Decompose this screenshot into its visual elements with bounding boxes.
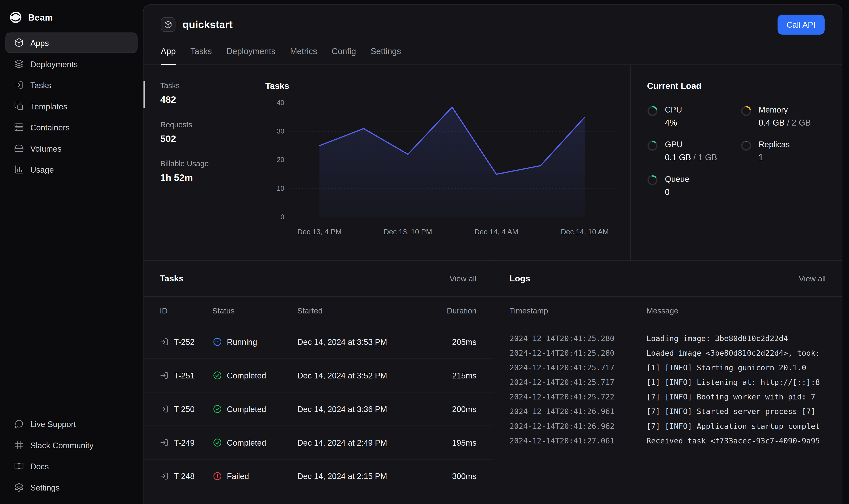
tasks-icon (14, 80, 24, 90)
sidebar-item-containers[interactable]: Containers (5, 117, 138, 138)
app-header: quickstart Call API AppTasksDeploymentsM… (144, 5, 842, 65)
task-id-cell: T-248 (160, 471, 212, 481)
sidebar-item-settings[interactable]: Settings (5, 477, 138, 498)
task-started: Dec 14, 2024 at 3:52 PM (297, 371, 422, 380)
metric-value-main: 1 (759, 153, 763, 162)
logs-panel-header: Logs View all (493, 261, 842, 296)
task-row[interactable]: T-251CompletedDec 14, 2024 at 3:52 PM215… (144, 359, 493, 393)
tab-config[interactable]: Config (332, 47, 356, 65)
status-completed-icon (212, 404, 223, 414)
task-row[interactable]: T-249CompletedDec 14, 2024 at 2:49 PM195… (144, 426, 493, 460)
task-row[interactable]: T-248FailedDec 14, 2024 at 2:15 PM300ms (144, 460, 493, 493)
column-header-duration: Duration (422, 306, 476, 315)
stat-label: Requests (160, 120, 263, 129)
tab-app[interactable]: App (161, 47, 176, 65)
status-failed-icon (212, 471, 223, 482)
tab-metrics[interactable]: Metrics (290, 47, 317, 65)
svg-text:30: 30 (277, 127, 284, 135)
tab-tasks[interactable]: Tasks (191, 47, 212, 65)
log-row: 2024-12-14T20:41:25.722[7] [INFO] Bootin… (509, 390, 842, 404)
load-metric-queue: Queue0 (647, 175, 741, 197)
task-duration: 195ms (422, 438, 476, 447)
log-message: [1] [INFO] Listening at: http://[::]:8 (647, 375, 842, 390)
stat-tasks[interactable]: Tasks482 (160, 81, 263, 105)
tab-bar: AppTasksDeploymentsMetricsConfigSettings (161, 47, 825, 65)
task-id-cell: T-249 (160, 438, 212, 447)
sidebar-item-label: Docs (30, 462, 49, 471)
log-message: [7] [INFO] Started server process [7] (647, 404, 842, 419)
tasks-column-headers: ID Status Started Duration (144, 296, 493, 325)
brand[interactable]: Beam (0, 7, 143, 33)
task-status-cell: Completed (212, 404, 297, 414)
sidebar-item-tasks[interactable]: Tasks (5, 75, 138, 95)
status-running-icon (212, 337, 223, 347)
sidebar-nav: AppsDeploymentsTasksTemplatesContainersV… (0, 33, 143, 180)
metric-value-main: 0.4 GB (759, 118, 785, 127)
sidebar-item-label: Templates (30, 102, 67, 111)
sidebar-item-label: Apps (30, 38, 49, 48)
sidebar-item-live-support[interactable]: Live Support (5, 414, 138, 434)
tasks-table-panel: Tasks View all ID Status Started Duratio… (144, 261, 493, 504)
sidebar-item-label: Live Support (30, 419, 76, 429)
sidebar-item-label: Tasks (30, 80, 51, 90)
task-id-cell: T-251 (160, 371, 212, 380)
svg-text:Dec 13, 10 PM: Dec 13, 10 PM (384, 228, 432, 236)
sidebar-item-label: Volumes (30, 144, 61, 153)
task-row[interactable]: T-252RunningDec 14, 2024 at 3:53 PM205ms (144, 325, 493, 359)
metric-value: 0 (665, 187, 689, 197)
log-row: 2024-12-14T20:41:25.280Loaded image <3be… (509, 346, 842, 361)
tab-settings[interactable]: Settings (371, 47, 401, 65)
tasks-table-body: T-252RunningDec 14, 2024 at 3:53 PM205ms… (144, 325, 493, 493)
sidebar-item-volumes[interactable]: Volumes (5, 138, 138, 159)
log-timestamp: 2024-12-14T20:41:25.722 (509, 390, 647, 404)
metric-value-secondary: / 2 GB (785, 118, 811, 127)
chat-icon (14, 419, 24, 429)
chart-title: Tasks (265, 81, 630, 91)
metric-label: Queue (665, 175, 689, 184)
sidebar-item-usage[interactable]: Usage (5, 159, 138, 180)
queue-gauge-icon (647, 175, 658, 197)
stat-requests[interactable]: Requests502 (160, 120, 263, 145)
log-message: [1] [INFO] Starting gunicorn 20.1.0 (647, 361, 842, 375)
task-status-label: Completed (227, 404, 266, 414)
bottom-section: Tasks View all ID Status Started Duratio… (144, 261, 842, 504)
stat-value: 482 (160, 94, 263, 105)
logs-body: 2024-12-14T20:41:25.280Loading image: 3b… (493, 325, 842, 448)
title-row: quickstart Call API (161, 15, 825, 35)
metric-value-main: 0 (665, 187, 669, 197)
logs-panel-title: Logs (509, 274, 530, 283)
metric-text: CPU4% (665, 105, 682, 128)
replicas-gauge-icon (741, 140, 752, 162)
task-duration: 215ms (422, 371, 476, 380)
call-api-button[interactable]: Call API (777, 15, 825, 35)
log-timestamp: 2024-12-14T20:41:26.962 (509, 419, 647, 434)
task-row[interactable]: T-250CompletedDec 14, 2024 at 3:36 PM200… (144, 393, 493, 426)
memory-gauge-icon (741, 106, 752, 128)
app-root: Beam AppsDeploymentsTasksTemplatesContai… (0, 0, 849, 504)
sidebar-item-apps[interactable]: Apps (5, 33, 138, 53)
tab-deployments[interactable]: Deployments (227, 47, 275, 65)
metric-value-secondary: / 1 GB (691, 153, 717, 162)
metric-text: GPU0.1 GB / 1 GB (665, 140, 717, 162)
task-status-cell: Running (212, 337, 297, 347)
sidebar-item-docs[interactable]: Docs (5, 456, 138, 476)
usage-icon (14, 164, 24, 174)
task-id: T-252 (174, 337, 195, 347)
task-started: Dec 14, 2024 at 2:49 PM (297, 438, 422, 447)
stat-label: Tasks (160, 81, 263, 90)
task-status-label: Completed (227, 371, 266, 380)
task-started: Dec 14, 2024 at 2:15 PM (297, 471, 422, 481)
task-id-cell: T-250 (160, 404, 212, 414)
logs-view-all-link[interactable]: View all (799, 274, 826, 283)
sidebar-item-templates[interactable]: Templates (5, 96, 138, 116)
stat-billable-usage[interactable]: Billable Usage1h 52m (160, 159, 263, 183)
column-header-started: Started (297, 306, 422, 315)
containers-icon (14, 122, 24, 132)
svg-text:Dec 14, 4 AM: Dec 14, 4 AM (474, 228, 518, 236)
log-timestamp: 2024-12-14T20:41:26.961 (509, 404, 647, 419)
metric-label: GPU (665, 140, 717, 149)
tasks-view-all-link[interactable]: View all (450, 274, 476, 283)
sidebar-item-slack-community[interactable]: Slack Community (5, 435, 138, 455)
sidebar-item-deployments[interactable]: Deployments (5, 54, 138, 74)
log-timestamp: 2024-12-14T20:41:27.061 (509, 434, 647, 448)
